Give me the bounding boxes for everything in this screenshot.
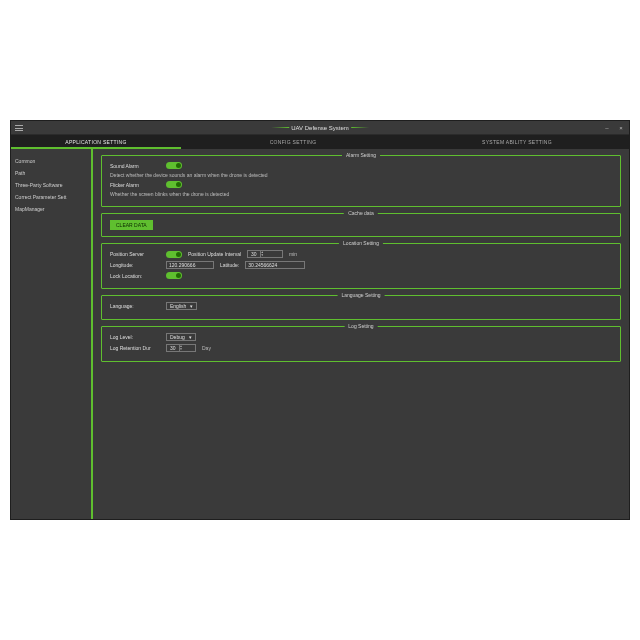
- unit-day: Day: [202, 345, 211, 351]
- group-label: Log Setting: [344, 323, 377, 329]
- select-log-level[interactable]: Debug ▾: [166, 333, 196, 341]
- label-longitude: Longitude:: [110, 262, 160, 268]
- label-language: Language:: [110, 303, 160, 309]
- tab-system-ability-setting[interactable]: SYSTEM ABILITY SETTING: [405, 139, 629, 145]
- group-cache-data: Cache data CLEAR DATA: [101, 213, 621, 237]
- group-language-setting: Language Setting Language: English ▾: [101, 295, 621, 320]
- label-flicker-alarm: Flicker Alarm: [110, 182, 160, 188]
- unit-min: min: [289, 251, 297, 257]
- chevron-down-icon: ▾: [190, 303, 193, 309]
- desc-sound-alarm: Detect whether the device sounds an alar…: [110, 172, 268, 178]
- sidebar-item-third-party[interactable]: Three-Party Software: [11, 179, 91, 191]
- sidebar-item-common[interactable]: Common: [11, 155, 91, 167]
- main-panel: Alarm Setting Sound Alarm Detect whether…: [91, 149, 629, 519]
- group-log-setting: Log Setting Log Level: Debug ▾ Log Reten…: [101, 326, 621, 362]
- chevron-down-icon: ▾: [189, 334, 192, 340]
- app-window: UAV Defense System – × APPLICATION SETTI…: [10, 120, 630, 520]
- group-alarm-setting: Alarm Setting Sound Alarm Detect whether…: [101, 155, 621, 207]
- main-tabs: APPLICATION SETTING CONFIG SETTING SYSTE…: [11, 135, 629, 149]
- input-latitude[interactable]: [245, 261, 305, 269]
- label-position-update-interval: Position Update Interval: [188, 251, 241, 257]
- group-label: Location Setting: [339, 240, 383, 246]
- sidebar-item-path[interactable]: Path: [11, 167, 91, 179]
- input-log-retention[interactable]: 30 ▲▼: [166, 344, 196, 352]
- chevron-down-icon: ▼: [180, 348, 185, 351]
- sidebar-item-mapmanager[interactable]: MapManager: [11, 203, 91, 215]
- toggle-lock-location[interactable]: [166, 272, 182, 279]
- tab-application-setting[interactable]: APPLICATION SETTING: [11, 139, 181, 145]
- input-position-update-interval[interactable]: 30 ▲▼: [247, 250, 283, 258]
- select-language[interactable]: English ▾: [166, 302, 197, 310]
- label-sound-alarm: Sound Alarm: [110, 163, 160, 169]
- label-log-retention: Log Retention Dur: [110, 345, 160, 351]
- hamburger-icon[interactable]: [15, 125, 23, 131]
- chevron-down-icon: ▼: [261, 254, 266, 257]
- desc-flicker-alarm: Whether the screen blinks when the drone…: [110, 191, 229, 197]
- label-latitude: Latitude:: [220, 262, 239, 268]
- group-label: Alarm Setting: [342, 152, 380, 158]
- group-location-setting: Location Setting Position Server Positio…: [101, 243, 621, 289]
- close-button[interactable]: ×: [617, 125, 625, 131]
- label-lock-location: Lock Location:: [110, 273, 160, 279]
- app-title: UAV Defense System: [291, 125, 349, 131]
- input-longitude[interactable]: [166, 261, 214, 269]
- group-label: Language Setting: [337, 292, 384, 298]
- titlebar: UAV Defense System – ×: [11, 121, 629, 135]
- clear-data-button[interactable]: CLEAR DATA: [110, 220, 153, 230]
- toggle-sound-alarm[interactable]: [166, 162, 182, 169]
- toggle-position-server[interactable]: [166, 251, 182, 258]
- label-log-level: Log Level:: [110, 334, 160, 340]
- tab-config-setting[interactable]: CONFIG SETTING: [181, 139, 405, 145]
- sidebar: Common Path Three-Party Software Correct…: [11, 149, 91, 519]
- minimize-button[interactable]: –: [603, 125, 611, 131]
- label-position-server: Position Server: [110, 251, 160, 257]
- group-label: Cache data: [344, 210, 378, 216]
- sidebar-item-correct-parameter[interactable]: Correct Parameter Sett: [11, 191, 91, 203]
- toggle-flicker-alarm[interactable]: [166, 181, 182, 188]
